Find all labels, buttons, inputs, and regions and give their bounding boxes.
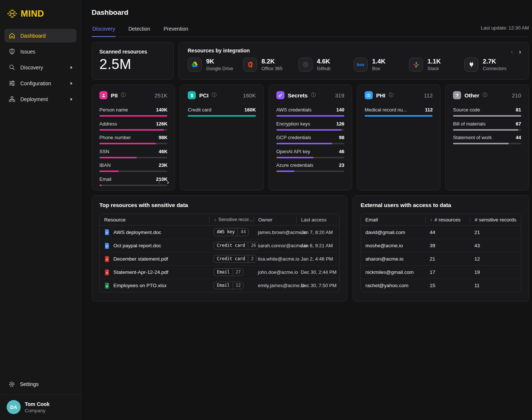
tab-prevention[interactable]: Prevention — [163, 26, 189, 37]
column-num-resources[interactable]: ↓# resources — [425, 217, 470, 223]
column-sensitive-records[interactable]: ↓Sensitive recor... — [209, 217, 253, 223]
column-owner[interactable]: Owner — [253, 217, 296, 223]
pager-next-button[interactable]: › — [167, 179, 169, 185]
table-row[interactable]: aharon@acme.io 21 12 — [361, 252, 521, 265]
metric-value: 160K — [245, 107, 256, 113]
table-row[interactable]: December statement.pdf Credit card2 lisa… — [100, 252, 339, 265]
email-cell: david@gmail.com — [361, 230, 425, 235]
office-365-icon — [243, 58, 257, 72]
progress-track — [453, 143, 521, 144]
category-name: PII — [111, 92, 117, 99]
category-metric: Azure credentials23 — [276, 162, 344, 172]
integration-slack[interactable]: 1.1K Slack — [409, 58, 464, 72]
info-icon[interactable]: ⓘ — [482, 92, 487, 99]
progress-track — [99, 157, 167, 158]
settings-label: Settings — [20, 381, 39, 387]
info-icon[interactable]: ⓘ — [311, 92, 316, 99]
metric-label: Source code — [453, 107, 480, 113]
progress-track — [188, 115, 256, 117]
doc-file-icon — [104, 229, 110, 235]
sidebar-item-deployment[interactable]: Deployment — [4, 92, 76, 106]
progress-track — [99, 171, 167, 172]
kpi-row: Scanned resources 2.5M Resources by inte… — [92, 42, 529, 80]
table-row[interactable]: Statement-Apr-12-24.pdf Email27 john.doe… — [100, 265, 339, 279]
metric-value: 98 — [339, 135, 344, 140]
metric-value: 46 — [339, 149, 344, 154]
top-resources-title: Top resources with sensitive data — [99, 202, 340, 208]
column-email[interactable]: Email — [361, 217, 425, 223]
table-row[interactable]: rachel@yahoo.com 15 11 — [361, 279, 521, 292]
dollar-icon: $ — [188, 91, 196, 99]
sort-desc-icon: ↓ — [430, 217, 432, 222]
pdf-file-icon — [104, 256, 110, 262]
settings-button[interactable]: Settings — [4, 378, 76, 391]
integration-google-drive[interactable]: 9K Google Drive — [188, 58, 243, 72]
category-metric: Address126K — [99, 121, 167, 131]
category-total: 112 — [424, 92, 433, 99]
last-access-cell: Jan 2, 4:46 PM — [296, 256, 339, 262]
sidebar-item-issues[interactable]: Issues — [4, 45, 76, 58]
integrations-card: Resources by integration ‹ › 9K Google D… — [178, 42, 529, 80]
chevron-right-icon — [71, 82, 72, 85]
column-resource[interactable]: Resource — [100, 217, 209, 223]
tab-detection[interactable]: Detection — [127, 26, 151, 37]
carousel-next-button[interactable]: › — [519, 48, 521, 55]
pager-prev-button[interactable]: ‹ — [158, 179, 160, 185]
info-icon[interactable]: ⓘ — [212, 92, 216, 99]
table-row[interactable]: david@gmail.com 44 21 — [361, 226, 521, 239]
column-num-sensitive[interactable]: # sensitive records — [470, 217, 521, 223]
integration-name: Box — [372, 66, 385, 71]
sidebar-item-label: Deployment — [20, 96, 48, 102]
integration-connectors[interactable]: 2.7K Connectors — [464, 58, 520, 72]
sensitive-badge: AWS key44 — [214, 228, 249, 236]
user-menu[interactable]: DA Tom Cook Company — [4, 395, 76, 420]
resource-name: Employees on PTO.xlsx — [113, 283, 167, 288]
shield-icon — [8, 48, 16, 55]
sidebar-item-dashboard[interactable]: Dashboard — [4, 29, 76, 42]
category-card-other: ? Other ⓘ 210 Source code81 Bill of mate… — [445, 85, 529, 190]
table-row[interactable]: Employees on PTO.xlsx Email12 emily.jame… — [100, 279, 339, 292]
sidebar-item-configuration[interactable]: Configuration — [4, 76, 76, 90]
info-icon[interactable]: ⓘ — [389, 92, 393, 99]
table-row[interactable]: AWS deployment.doc AWS key44 james.brown… — [100, 226, 339, 239]
progress-fill — [453, 143, 509, 144]
owner-cell: john.doe@acme.io — [253, 269, 296, 275]
pdf-file-icon — [104, 269, 110, 276]
progress-track — [453, 115, 521, 117]
metric-value: 67 — [516, 121, 521, 127]
metric-value: 23 — [339, 162, 344, 168]
integration-github[interactable]: 4.6K Github — [299, 58, 354, 72]
tab-discovery[interactable]: Discovery — [92, 26, 116, 37]
category-name: PHI — [376, 92, 385, 99]
sidebar-item-label: Discovery — [20, 65, 43, 70]
sensitive-cell: 12 — [470, 256, 521, 262]
sidebar-item-discovery[interactable]: Discovery — [4, 61, 76, 74]
category-header: PHI ⓘ 112 — [365, 91, 433, 99]
slack-icon — [409, 58, 423, 72]
table-row[interactable]: Oct paypal report.doc Credit card26 sara… — [100, 239, 339, 252]
top-resources-table: Resource ↓Sensitive recor... Owner Last … — [99, 214, 340, 292]
table-header: Resource ↓Sensitive recor... Owner Last … — [100, 214, 339, 226]
table-header: Email ↓# resources # sensitive records — [361, 214, 521, 226]
progress-track — [276, 157, 344, 158]
integration-name: Github — [317, 66, 331, 71]
integration-box[interactable]: box 1.4K Box — [354, 58, 409, 72]
table-row[interactable]: moshe@acme.io 39 43 — [361, 239, 521, 252]
progress-fill — [453, 115, 521, 117]
scanned-resources-label: Scanned resources — [99, 49, 166, 55]
info-icon[interactable]: ⓘ — [121, 92, 126, 99]
progress-track — [365, 115, 433, 117]
top-resources-card: Top resources with sensitive data Resour… — [92, 195, 347, 302]
carousel-prev-button[interactable]: ‹ — [511, 48, 513, 55]
email-cell: rachel@yahoo.com — [361, 283, 425, 288]
category-card-pii: PII ⓘ 251K Person name140K Address126K P… — [92, 85, 175, 190]
sidebar-item-label: Dashboard — [20, 33, 46, 39]
sidebar: MIND Dashboard Issues Discovery Configur… — [0, 0, 81, 420]
table-row[interactable]: nickmiles@gmail.com 17 19 — [361, 265, 521, 279]
person-icon — [99, 91, 108, 99]
email-cell: nickmiles@gmail.com — [361, 269, 425, 275]
column-last-access[interactable]: Last access — [296, 217, 339, 223]
metric-label: Email — [99, 176, 112, 182]
doc-file-icon — [104, 242, 110, 249]
integration-office-365[interactable]: 8.2K Office 365 — [243, 58, 299, 72]
